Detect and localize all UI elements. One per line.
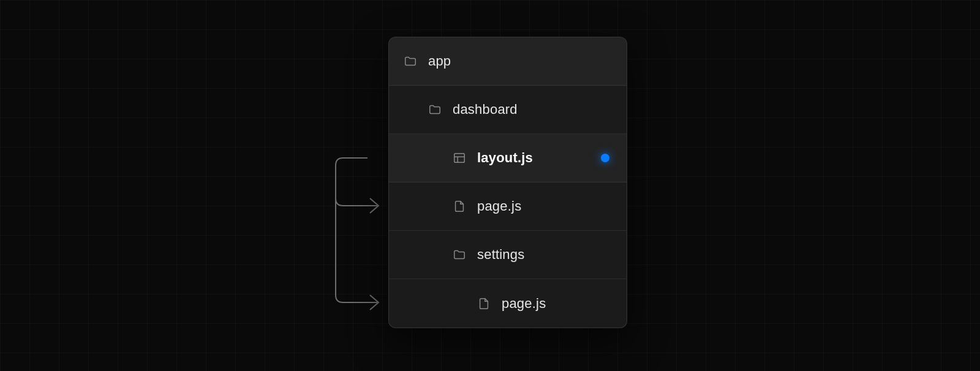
file-icon <box>453 200 466 213</box>
tree-label: app <box>428 53 451 69</box>
tree-label: page.js <box>502 296 546 312</box>
tree-label: settings <box>477 247 524 263</box>
file-icon <box>477 297 491 310</box>
svg-rect-0 <box>454 154 465 163</box>
layout-icon <box>453 151 466 165</box>
tree-row-settings[interactable]: settings <box>389 231 627 279</box>
active-dot-icon <box>601 154 609 162</box>
folder-icon <box>428 103 442 116</box>
tree-row-app[interactable]: app <box>389 37 627 86</box>
tree-row-layout-js[interactable]: layout.js <box>389 134 627 182</box>
tree-row-settings-page-js[interactable]: page.js <box>389 279 627 328</box>
tree-label: page.js <box>477 198 521 214</box>
tree-row-dashboard[interactable]: dashboard <box>389 86 627 134</box>
folder-icon <box>404 54 417 68</box>
tree-row-page-js[interactable]: page.js <box>389 182 627 231</box>
tree-label: dashboard <box>453 102 518 118</box>
tree-label: layout.js <box>477 150 533 166</box>
connector-bracket <box>331 153 388 312</box>
file-tree: app dashboard layout.js page.js settings… <box>388 37 627 328</box>
folder-icon <box>453 248 466 261</box>
